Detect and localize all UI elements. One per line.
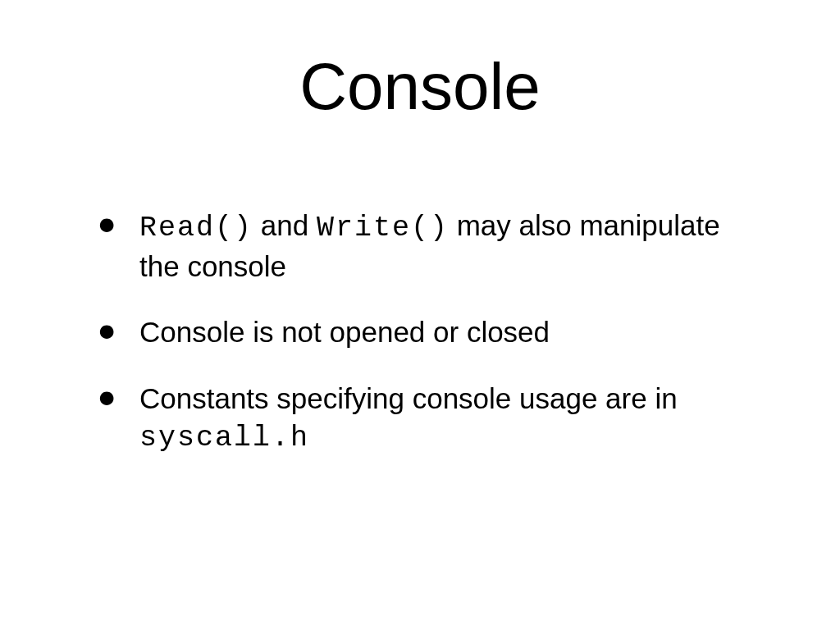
- bullet-item: Constants specifying console usage are i…: [98, 380, 758, 458]
- code-text: syscall.h: [139, 422, 309, 454]
- bullet-item: Console is not opened or closed: [98, 313, 758, 351]
- slide-title: Console: [82, 49, 758, 125]
- code-text: Write(): [317, 212, 449, 244]
- bullet-list: Read() and Write() may also manipulate t…: [82, 207, 758, 458]
- body-text: Console is not opened or closed: [139, 316, 550, 348]
- body-text: Constants specifying console usage are i…: [139, 382, 678, 414]
- bullet-item: Read() and Write() may also manipulate t…: [98, 207, 758, 285]
- slide: Console Read() and Write() may also mani…: [0, 0, 840, 630]
- body-text: and: [253, 209, 317, 241]
- code-text: Read(): [139, 212, 253, 244]
